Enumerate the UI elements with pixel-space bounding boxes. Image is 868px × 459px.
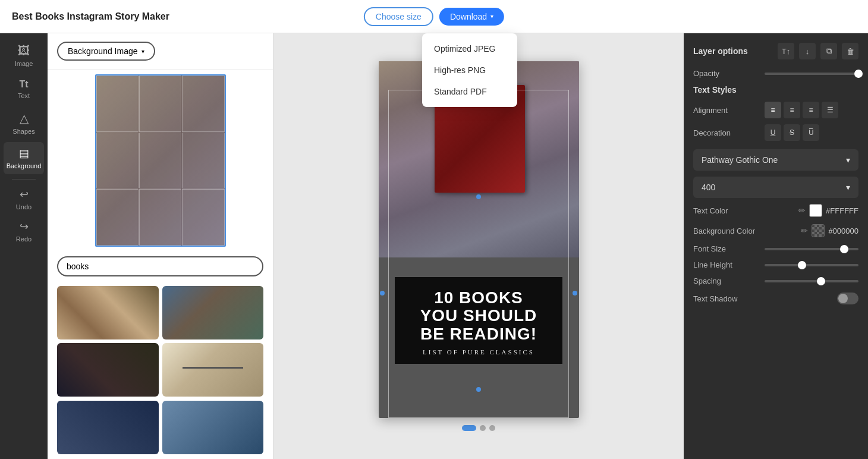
align-justify-button[interactable]: ☰ xyxy=(822,102,838,118)
sidebar-item-background[interactable]: ▤ Background xyxy=(4,142,44,174)
grid-cell xyxy=(96,133,139,189)
undo-button[interactable]: ↩ Undo xyxy=(4,184,44,214)
background-image-label: Background Image xyxy=(68,46,138,56)
image-thumb-6[interactable] xyxy=(162,401,264,454)
font-weight-chevron-icon: ▾ xyxy=(846,183,850,192)
header: Best Books Instagram Story Maker Choose … xyxy=(0,0,868,33)
font-weight-value: 400 xyxy=(702,183,715,192)
choose-size-button[interactable]: Choose size xyxy=(364,7,433,26)
layer-duplicate-button[interactable]: ⧉ xyxy=(820,43,837,59)
selection-handle-right[interactable] xyxy=(573,291,577,295)
bg-color-edit-icon[interactable]: ✏ xyxy=(801,226,808,235)
overline-button[interactable]: U̅ xyxy=(803,124,819,141)
decoration-row: Decoration U S U̅ xyxy=(693,124,858,141)
line-height-thumb[interactable] xyxy=(798,261,806,269)
align-right-button[interactable]: ≡ xyxy=(803,102,819,118)
bg-color-swatch[interactable] xyxy=(812,224,825,237)
font-size-thumb[interactable] xyxy=(840,245,848,253)
text-icon: Tt xyxy=(19,79,28,90)
layer-options-label: Layer options xyxy=(693,46,778,56)
sidebar-item-text[interactable]: Tt Text xyxy=(4,74,44,104)
canvas-main-text: 10 BOOKS YOU SHOULD BE READING! xyxy=(404,289,552,344)
opacity-slider[interactable] xyxy=(765,73,858,75)
text-shadow-toggle[interactable] xyxy=(837,293,858,304)
image-thumb-5[interactable] xyxy=(57,401,159,454)
text-color-swatch[interactable] xyxy=(809,204,822,217)
alignment-row: Alignment ≡ ≡ ≡ ☰ xyxy=(693,102,858,118)
search-input[interactable] xyxy=(57,256,263,276)
download-arrow-icon: ▾ xyxy=(490,13,493,20)
redo-button[interactable]: ↪ Redo xyxy=(4,216,44,246)
font-weight-select[interactable]: 400 ▾ xyxy=(693,177,858,198)
slide-dot-1[interactable] xyxy=(462,425,476,431)
font-size-label: Font Size xyxy=(693,244,765,253)
align-center-button[interactable]: ≡ xyxy=(784,102,800,118)
sidebar-item-shapes-label: Shapes xyxy=(12,128,34,135)
line-height-row: Line Height xyxy=(693,260,858,269)
image-thumb-4[interactable] xyxy=(162,343,264,397)
story-canvas[interactable]: 10 BOOKS YOU SHOULD BE READING! LIST OF … xyxy=(379,61,579,418)
text-shadow-row: Text Shadow xyxy=(693,293,858,304)
font-select-row: Pathway Gothic One ▾ xyxy=(693,149,858,171)
image-thumb-2[interactable] xyxy=(162,286,264,339)
header-center: Choose size Download ▾ xyxy=(364,7,504,26)
grid-cell xyxy=(182,76,224,132)
background-image-button[interactable]: Background Image ▾ xyxy=(57,42,155,61)
decoration-label: Decoration xyxy=(693,128,765,137)
grid-cell xyxy=(182,133,224,189)
text-color-label: Text Color xyxy=(693,206,765,215)
align-left-button[interactable]: ≡ xyxy=(765,102,781,118)
bg-color-row: Background Color ✏ #000000 xyxy=(693,224,858,237)
grid-cell xyxy=(139,189,181,246)
image-thumb-3[interactable] xyxy=(57,343,159,397)
preview-image-container xyxy=(95,74,226,247)
font-family-select[interactable]: Pathway Gothic One ▾ xyxy=(693,149,858,171)
line-height-slider[interactable] xyxy=(765,264,858,266)
duplicate-icon: ⧉ xyxy=(826,46,832,56)
text-shadow-thumb xyxy=(838,294,848,303)
opacity-row: Opacity xyxy=(693,69,858,78)
grid-cell xyxy=(96,76,139,132)
download-option-standard-pdf[interactable]: Standard PDF xyxy=(422,81,517,102)
preview-grid xyxy=(96,76,225,246)
strikethrough-button[interactable]: S xyxy=(784,124,800,141)
left-panel: Background Image ▾ xyxy=(48,33,273,459)
sidebar-left: 🖼 Image Tt Text △ Shapes ▤ Background ↩ … xyxy=(0,33,48,459)
grid-cell xyxy=(139,133,181,189)
grid-cell xyxy=(96,189,139,246)
undo-label: Undo xyxy=(16,203,32,210)
slide-dot-3[interactable] xyxy=(489,425,495,431)
sidebar-item-image[interactable]: 🖼 Image xyxy=(4,39,44,72)
spacing-thumb[interactable] xyxy=(817,277,825,285)
download-button[interactable]: Download ▾ xyxy=(439,8,504,26)
grid-cell xyxy=(182,189,224,246)
grid-cell xyxy=(139,76,181,132)
canvas-text-line2: YOU SHOULD xyxy=(404,307,552,325)
underline-button[interactable]: U xyxy=(765,124,781,141)
download-option-optimized-jpeg[interactable]: Optimized JPEG xyxy=(422,38,517,59)
opacity-thumb[interactable] xyxy=(854,70,863,78)
layer-move-up-button[interactable]: T↑ xyxy=(778,43,794,59)
sidebar-item-shapes[interactable]: △ Shapes xyxy=(4,106,44,140)
right-panel: Layer options T↑ ↓ ⧉ 🗑 Opacity xyxy=(684,33,868,459)
spacing-slider[interactable] xyxy=(765,280,858,282)
slide-dot-2[interactable] xyxy=(480,425,486,431)
layer-move-down-button[interactable]: ↓ xyxy=(799,43,816,59)
panel-top: Background Image ▾ xyxy=(48,33,273,70)
bg-color-label: Background Color xyxy=(693,227,765,235)
text-color-controls: ✏ #FFFFFF xyxy=(798,204,858,217)
selection-handle-left[interactable] xyxy=(380,291,385,295)
font-size-slider[interactable] xyxy=(765,248,858,250)
image-thumb-1[interactable] xyxy=(57,286,159,339)
layer-delete-button[interactable]: 🗑 xyxy=(842,43,858,59)
background-icon: ▤ xyxy=(19,147,29,160)
canvas-text-box[interactable]: 10 BOOKS YOU SHOULD BE READING! LIST OF … xyxy=(394,276,562,364)
download-option-high-res-png[interactable]: High-res PNG xyxy=(422,59,517,81)
canvas-dot-slider xyxy=(462,425,495,431)
text-color-edit-icon[interactable]: ✏ xyxy=(798,206,806,215)
bg-color-hex: #000000 xyxy=(828,227,858,235)
selection-handle-top[interactable] xyxy=(476,194,481,199)
spacing-label: Spacing xyxy=(693,276,765,285)
selection-handle-bottom[interactable] xyxy=(476,387,481,392)
download-dropdown: Optimized JPEG High-res PNG Standard PDF xyxy=(422,33,517,107)
